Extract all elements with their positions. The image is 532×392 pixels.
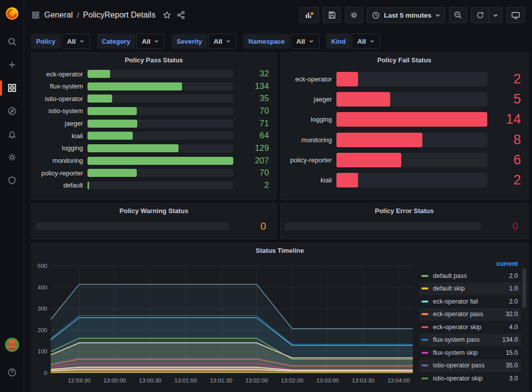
panel-title[interactable]: Policy Error Status <box>281 204 528 218</box>
sidebar-item-alerting[interactable] <box>0 123 24 146</box>
bar-label: kiali <box>285 176 332 184</box>
bar-label: jaeger <box>285 95 332 103</box>
bar-value: 134 <box>238 81 269 91</box>
filter-value-dropdown[interactable]: All <box>61 34 90 49</box>
breadcrumb-page[interactable]: PolicyReport Details <box>83 11 155 20</box>
filter-value-dropdown[interactable]: All <box>291 34 319 49</box>
legend-series-value: 4.0 <box>509 324 518 331</box>
bar-track <box>336 173 487 187</box>
apps-grid-icon <box>31 11 40 20</box>
panel-policy-pass-status: Policy Pass Status eck-operator32flux-sy… <box>31 52 277 200</box>
panel-title[interactable]: Policy Warning Status <box>32 204 276 218</box>
panel-title[interactable]: Policy Pass Status <box>32 53 276 67</box>
filter-kind: KindAll <box>326 34 380 49</box>
bar-track <box>87 120 233 128</box>
shield-icon <box>7 175 17 185</box>
filter-label[interactable]: Namespace <box>243 34 290 49</box>
panel-policy-warning-status: Policy Warning Status 0 <box>31 203 277 239</box>
sidebar-item-server-admin[interactable] <box>0 169 24 192</box>
legend-row[interactable]: default skip1.0 <box>419 282 521 296</box>
bar-label: flux-system <box>36 82 83 90</box>
panel-title[interactable]: Status Timeline <box>32 243 528 257</box>
bar-label: istio-system <box>36 107 83 115</box>
legend-row[interactable]: eck-operator fail2.0 <box>419 295 521 308</box>
legend-current-header[interactable]: current <box>419 259 521 269</box>
bar-label: kiali <box>36 132 83 140</box>
bar-value: 5 <box>492 91 521 107</box>
legend-row[interactable]: istio-operator pass35.0 <box>419 359 521 372</box>
filter-label[interactable]: Category <box>97 34 135 49</box>
legend-row[interactable]: flux-system skip15.0 <box>419 346 521 359</box>
chevron-down-icon <box>226 39 231 44</box>
chevron-down-icon <box>309 39 314 44</box>
bar-label: logging <box>36 144 83 152</box>
star-icon[interactable] <box>162 11 171 20</box>
x-axis-tick: 13:02:00 <box>245 377 268 383</box>
sidebar-item-help[interactable] <box>0 361 24 384</box>
legend-series-name: flux-system pass <box>433 336 502 343</box>
share-icon[interactable] <box>176 11 186 20</box>
legend-series-value: 134.0 <box>502 336 518 343</box>
chevron-down-icon <box>154 39 159 44</box>
legend-row[interactable]: flux-system pass134.0 <box>419 334 521 347</box>
legend-row[interactable]: istio-operator skip3.0 <box>419 372 521 385</box>
refresh-button[interactable] <box>471 7 489 23</box>
breadcrumb-separator: / <box>77 11 79 20</box>
x-axis-tick: 13:04:00 <box>387 377 410 383</box>
zoom-out-time-button[interactable] <box>449 7 467 23</box>
bar-track <box>87 70 233 78</box>
bar-fill <box>336 173 358 187</box>
breadcrumb-section[interactable]: General <box>44 11 73 20</box>
clock-icon <box>372 11 380 20</box>
timeline-chart[interactable]: 010020030040050012:59:3013:00:0013:00:30… <box>35 258 419 388</box>
legend-scrollbar[interactable] <box>522 268 526 308</box>
help-icon <box>7 367 17 377</box>
legend-series-name: eck-operator fail <box>433 298 509 305</box>
filter-value-dropdown[interactable]: All <box>136 34 164 49</box>
refresh-icon <box>476 11 485 20</box>
bar-fill <box>87 144 179 152</box>
save-dashboard-button[interactable] <box>323 7 341 23</box>
filter-label[interactable]: Severity <box>171 34 207 49</box>
legend-row[interactable]: default pass2.0 <box>419 269 521 282</box>
chevron-down-icon <box>79 39 84 44</box>
bar-row: default2 <box>36 180 269 190</box>
bar-row: kiali2 <box>285 172 521 188</box>
filter-label[interactable]: Kind <box>326 34 351 49</box>
filter-value-dropdown[interactable]: All <box>208 34 236 49</box>
bar-label: monitoring <box>285 136 332 144</box>
gear-icon <box>349 11 359 20</box>
avatar[interactable] <box>5 338 19 352</box>
bar-track <box>87 82 233 90</box>
bar-track <box>87 107 233 115</box>
time-range-picker[interactable]: Last 5 minutes <box>367 7 445 23</box>
sidebar <box>0 0 24 392</box>
bell-icon <box>7 129 17 139</box>
sidebar-item-search[interactable] <box>0 30 24 53</box>
filter-label[interactable]: Policy <box>31 34 60 49</box>
refresh-interval-dropdown[interactable] <box>489 7 502 23</box>
sidebar-item-dashboards[interactable] <box>0 76 24 100</box>
bar-value: 64 <box>238 131 269 141</box>
x-axis-tick: 13:03:30 <box>352 377 375 383</box>
sidebar-item-configuration[interactable] <box>0 146 24 169</box>
dashboard-settings-button[interactable] <box>345 7 363 23</box>
bar-track <box>87 132 233 140</box>
bar-fill <box>87 107 137 115</box>
x-axis-tick: 13:01:30 <box>210 377 232 383</box>
y-axis-tick: 400 <box>38 284 47 290</box>
add-panel-button[interactable] <box>300 7 319 23</box>
grafana-logo-icon[interactable] <box>5 6 20 21</box>
bar-label: jaeger <box>36 120 83 127</box>
chevron-down-icon <box>493 13 498 18</box>
legend-series-value: 2.0 <box>509 272 518 279</box>
sidebar-item-explore[interactable] <box>0 100 24 123</box>
sidebar-item-create[interactable] <box>0 53 24 76</box>
panel-title[interactable]: Policy Fail Status <box>281 53 528 67</box>
filter-value-dropdown[interactable]: All <box>351 34 380 49</box>
legend-row[interactable]: eck-operator skip4.0 <box>419 321 521 334</box>
bar-row: monitoring207 <box>36 156 269 166</box>
legend-row[interactable]: eck-operator pass32.0 <box>419 308 521 321</box>
kiosk-mode-button[interactable] <box>506 7 525 23</box>
legend-series-name: default pass <box>433 272 509 279</box>
